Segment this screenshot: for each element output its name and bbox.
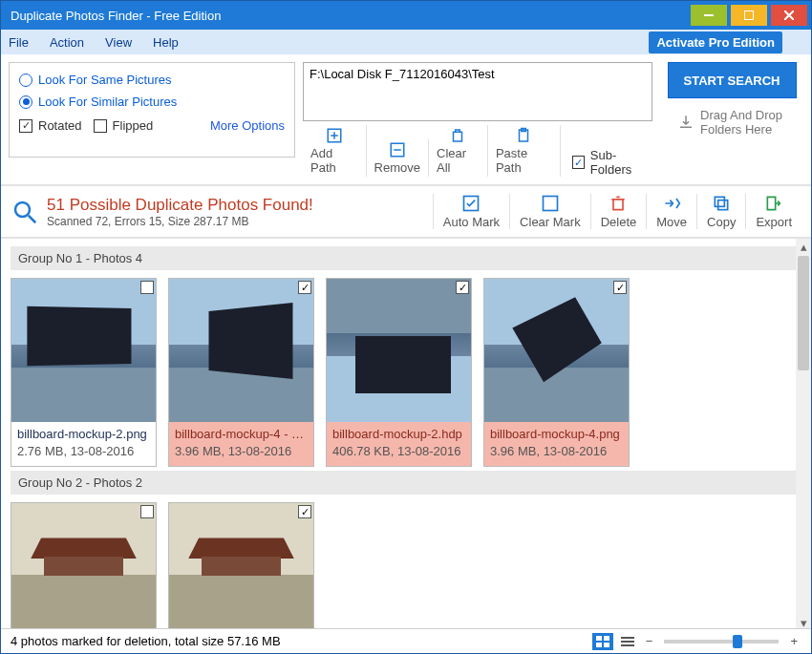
group-header[interactable]: Group No 1 - Photos 4 (11, 246, 801, 270)
thumbnail-checkbox[interactable]: ✓ (298, 281, 311, 294)
menu-view[interactable]: View (105, 35, 132, 50)
path-input[interactable] (303, 62, 652, 121)
thumbnails-view-button[interactable] (592, 633, 613, 650)
radio-label: Look For Same Pictures (38, 73, 171, 87)
tool-label: Paste Path (496, 146, 552, 175)
thumbnail-checkbox[interactable] (140, 505, 154, 518)
scrollbar-thumb[interactable] (798, 256, 809, 370)
zoom-in-button[interactable]: + (786, 634, 801, 648)
checkbox-rotated[interactable]: Rotated (19, 118, 82, 133)
download-icon (677, 114, 694, 131)
svg-rect-17 (596, 636, 602, 641)
results-area[interactable]: Group No 1 - Photos 4billboard-mockup-2.… (1, 239, 811, 630)
svg-point-11 (15, 202, 30, 217)
menu-file[interactable]: File (9, 35, 29, 50)
menu-action[interactable]: Action (50, 35, 84, 50)
svg-rect-1 (744, 11, 754, 20)
thumbnail-item[interactable]: ✓ (168, 502, 314, 630)
thumbnail-row: billboard-mockup-2.png2.76 MB, 13-08-201… (11, 278, 801, 467)
thumbnail-image (327, 279, 471, 422)
statusbar-text: 4 photos marked for deletion, total size… (11, 634, 281, 648)
thumbnail-image (169, 503, 313, 630)
drag-drop-hint: Drag And Drop Folders Here (677, 108, 786, 137)
search-icon (11, 198, 39, 226)
thumbnail-info: 3.96 MB, 13-08-2016 (490, 443, 623, 460)
slider-knob[interactable] (733, 635, 742, 648)
thumbnail-item[interactable]: ✓billboard-mockup-4.png3.96 MB, 13-08-20… (483, 278, 630, 467)
radio-icon (19, 95, 32, 109)
zoom-out-button[interactable]: − (642, 634, 657, 648)
tool-label: Remove (374, 160, 420, 175)
radio-similar-pictures[interactable]: Look For Similar Pictures (19, 95, 285, 109)
thumbnail-checkbox[interactable]: ✓ (613, 281, 627, 294)
drag-drop-label: Drag And Drop Folders Here (700, 108, 786, 137)
zoom-slider[interactable] (664, 640, 779, 643)
thumbnail-item[interactable]: ✓billboard-mockup-2.hdp406.78 KB, 13-08-… (326, 278, 472, 467)
thumbnail-filename: billboard-mockup-4.png (490, 426, 623, 443)
thumbnail-info: 406.78 KB, 13-08-2016 (332, 443, 465, 460)
thumbnail-info: 2.76 MB, 13-08-2016 (17, 443, 150, 460)
thumbnail-image (484, 279, 629, 422)
scroll-up-icon[interactable]: ▴ (796, 239, 811, 254)
group-header[interactable]: Group No 2 - Photos 2 (11, 471, 801, 495)
menu-help[interactable]: Help (153, 35, 179, 50)
thumbnail-checkbox[interactable] (140, 281, 154, 294)
thumbnail-image (11, 279, 156, 422)
tool-label: Add Path (310, 146, 358, 175)
radio-label: Look For Similar Pictures (38, 95, 177, 109)
thumbnail-image (11, 503, 156, 630)
svg-rect-15 (716, 197, 725, 206)
svg-rect-20 (604, 643, 609, 647)
svg-rect-16 (718, 200, 728, 210)
thumbnail-filename: billboard-mockup-2.hdp (332, 426, 465, 443)
results-title: 51 Possible Duplicate Photos Found! (47, 196, 313, 215)
checkbox-icon (572, 156, 585, 169)
thumbnail-item[interactable] (11, 502, 157, 630)
app-title: Duplicate Photos Finder - Free Edition (11, 9, 691, 23)
thumbnail-image (169, 279, 313, 422)
thumbnail-checkbox[interactable]: ✓ (298, 505, 311, 518)
scrollbar[interactable]: ▴▾ (796, 239, 811, 630)
remove-path-button[interactable]: Remove (367, 139, 429, 177)
thumbnail-row: ✓ (11, 502, 801, 630)
export-button[interactable]: Export (745, 194, 801, 229)
thumbnail-checkbox[interactable]: ✓ (456, 281, 469, 294)
paste-path-button[interactable]: Paste Path (488, 125, 561, 177)
tool-label: Clear All (437, 146, 480, 175)
svg-line-12 (29, 215, 36, 222)
svg-rect-19 (596, 643, 602, 647)
search-mode-panel: Look For Same Pictures Look For Similar … (9, 62, 295, 158)
thumbnail-meta: billboard-mockup-4.png3.96 MB, 13-08-201… (484, 422, 629, 466)
radio-same-pictures[interactable]: Look For Same Pictures (19, 73, 285, 87)
checkbox-label: Sub-Folders (590, 148, 652, 177)
checkbox-label: Rotated (38, 118, 82, 133)
thumbnail-meta: billboard-mockup-2.png2.76 MB, 13-08-201… (11, 422, 156, 466)
delete-button[interactable]: Delete (590, 194, 647, 229)
thumbnail-item[interactable]: ✓billboard-mockup-4 - Copy.png3.96 MB, 1… (168, 278, 314, 467)
act-label: Export (756, 215, 792, 229)
thumbnail-item[interactable]: billboard-mockup-2.png2.76 MB, 13-08-201… (11, 278, 157, 467)
activate-pro-link[interactable]: Activate Pro Edition (649, 32, 782, 53)
statusbar: 4 photos marked for deletion, total size… (1, 628, 811, 653)
act-label: Delete (601, 215, 637, 229)
list-view-button[interactable] (617, 633, 638, 650)
clear-all-button[interactable]: Clear All (429, 125, 488, 177)
checkbox-icon (19, 119, 32, 133)
start-search-button[interactable]: START SEARCH (668, 62, 797, 98)
thumbnail-filename: billboard-mockup-2.png (17, 426, 150, 443)
clear-mark-button[interactable]: Clear Mark (509, 194, 590, 229)
start-panel: START SEARCH Drag And Drop Folders Here (660, 62, 803, 137)
minimize-button[interactable] (691, 5, 727, 26)
more-options-link[interactable]: More Options (210, 118, 285, 133)
maximize-button[interactable] (731, 5, 767, 26)
checkbox-flipped[interactable]: Flipped (94, 118, 154, 133)
move-button[interactable]: Move (646, 194, 696, 229)
radio-icon (19, 74, 32, 87)
checkbox-subfolders[interactable]: Sub-Folders (572, 148, 652, 177)
copy-button[interactable]: Copy (696, 194, 745, 229)
close-button[interactable] (771, 5, 807, 26)
checkbox-label: Flipped (113, 118, 154, 133)
add-path-button[interactable]: Add Path (303, 125, 367, 177)
auto-mark-button[interactable]: Auto Mark (433, 194, 509, 229)
results-subtitle: Scanned 72, Errors 15, Size 287.17 MB (47, 215, 313, 228)
